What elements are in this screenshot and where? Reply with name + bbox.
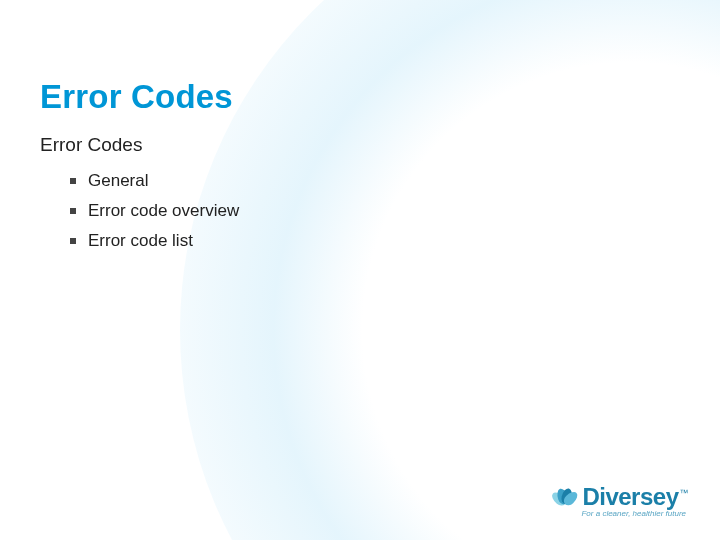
flower-icon <box>550 484 580 510</box>
logo-main: Diversey™ <box>550 483 688 511</box>
list-item: General <box>70 166 680 196</box>
list-item: Error code overview <box>70 196 680 226</box>
slide-content: Error Codes Error Codes General Error co… <box>0 0 720 540</box>
list-item: Error code list <box>70 226 680 256</box>
logo-text: Diversey™ <box>582 483 688 511</box>
brand-logo: Diversey™ For a cleaner, healthier futur… <box>550 483 688 518</box>
page-title: Error Codes <box>40 78 680 116</box>
logo-tagline: For a cleaner, healthier future <box>550 509 688 518</box>
bullet-list: General Error code overview Error code l… <box>40 166 680 256</box>
page-subtitle: Error Codes <box>40 134 680 156</box>
